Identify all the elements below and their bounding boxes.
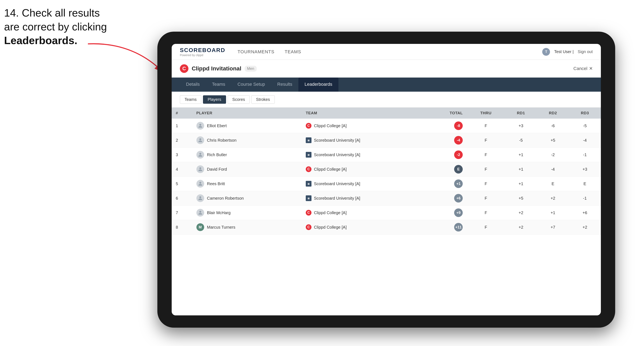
cell-team: CClippd College [A] <box>302 205 425 220</box>
cell-thru: F <box>467 162 505 176</box>
table-row: 4David FordCClippd College [A]EF+1-4+3 <box>172 162 601 176</box>
cell-rank: 4 <box>172 162 192 176</box>
table-row: 6Cameron Robertson▤Scoreboard University… <box>172 191 601 205</box>
team-logo: ▤ <box>306 195 312 201</box>
cell-rd2: +7 <box>537 220 569 235</box>
cell-rank: 6 <box>172 191 192 205</box>
signout-button[interactable]: Sign out <box>578 49 593 54</box>
svg-point-6 <box>199 196 201 198</box>
cell-total: -2 <box>425 148 467 162</box>
total-badge: +11 <box>454 223 463 231</box>
cell-rd1: +2 <box>505 220 537 235</box>
logo-area: SCOREBOARD Powered by clippd <box>180 47 225 57</box>
cell-player: David Ford <box>192 162 302 176</box>
tab-teams[interactable]: Teams <box>206 78 231 92</box>
team-cell: ▤Scoreboard University [A] <box>306 195 421 201</box>
cell-rd2: -6 <box>537 119 569 133</box>
cell-rd3: +2 <box>569 220 601 235</box>
team-cell: ▤Scoreboard University [A] <box>306 152 421 158</box>
player-cell: Rich Butler <box>196 151 298 159</box>
cell-total: E <box>425 162 467 176</box>
nav-links: TOURNAMENTS TEAMS <box>238 48 542 56</box>
leaderboard-table-container: # PLAYER TEAM TOTAL THRU RD1 RD2 RD3 1El… <box>172 108 601 315</box>
cancel-label: Cancel <box>574 66 588 71</box>
cell-team: ▤Scoreboard University [A] <box>302 133 425 148</box>
player-cell: Elliot Ebert <box>196 122 298 130</box>
table-row: 7Blair McHargCClippd College [A]+9F+2+1+… <box>172 205 601 220</box>
filter-scores-button[interactable]: Scores <box>228 95 250 104</box>
cell-total: -8 <box>425 119 467 133</box>
team-name: Scoreboard University [A] <box>314 196 360 201</box>
player-avatar <box>196 194 204 202</box>
cell-player: MMarcus Turners <box>192 220 302 235</box>
col-total: TOTAL <box>425 108 467 119</box>
cell-player: Chris Robertson <box>192 133 302 148</box>
team-name: Scoreboard University [A] <box>314 181 360 186</box>
cancel-button[interactable]: Cancel ✕ <box>574 66 593 71</box>
cell-rd2: -2 <box>537 148 569 162</box>
player-name: Cameron Robertson <box>207 196 244 201</box>
cell-thru: F <box>467 176 505 191</box>
player-cell: MMarcus Turners <box>196 223 298 231</box>
cell-rd3: -1 <box>569 148 601 162</box>
player-name: Rich Butler <box>207 153 227 157</box>
tab-course-setup[interactable]: Course Setup <box>231 78 271 92</box>
tab-details[interactable]: Details <box>180 78 206 92</box>
tab-bar: Details Teams Course Setup Results Leade… <box>172 78 601 92</box>
cell-rd1: +1 <box>505 162 537 176</box>
cell-rd2: +5 <box>537 133 569 148</box>
total-badge: +9 <box>454 208 463 217</box>
team-logo: ▤ <box>306 152 312 158</box>
cell-rd3: -1 <box>569 191 601 205</box>
cell-rd1: +5 <box>505 191 537 205</box>
cell-player: Blair McHarg <box>192 205 302 220</box>
team-cell: ▤Scoreboard University [A] <box>306 181 421 186</box>
logo-sub: Powered by clippd <box>180 53 225 57</box>
total-badge: -8 <box>454 122 463 130</box>
team-cell: CClippd College [A] <box>306 123 421 129</box>
col-rd1: RD1 <box>505 108 537 119</box>
instruction-text: 14. Check all results are correct by cli… <box>4 6 107 48</box>
team-cell: CClippd College [A] <box>306 224 421 230</box>
svg-point-5 <box>199 182 201 184</box>
player-avatar: M <box>196 223 204 231</box>
svg-point-7 <box>199 211 201 213</box>
cell-rd2: +2 <box>537 191 569 205</box>
cell-player: Rich Butler <box>192 148 302 162</box>
cell-player: Elliot Ebert <box>192 119 302 133</box>
table-row: 1Elliot EbertCClippd College [A]-8F+3-6-… <box>172 119 601 133</box>
filter-players-button[interactable]: Players <box>203 95 226 104</box>
instruction-line3: Leaderboards. <box>4 34 77 46</box>
cell-team: ▤Scoreboard University [A] <box>302 191 425 205</box>
table-row: 2Chris Robertson▤Scoreboard University [… <box>172 133 601 148</box>
logo-text: SCOREBOARD <box>180 47 225 53</box>
nav-teams[interactable]: TEAMS <box>285 48 301 56</box>
player-avatar <box>196 136 204 144</box>
nav-user-label: Test User | <box>554 49 574 54</box>
team-cell: ▤Scoreboard University [A] <box>306 137 421 143</box>
tournament-name: Clippd Invitational <box>192 65 241 72</box>
team-logo: C <box>306 224 312 230</box>
filter-strokes-button[interactable]: Strokes <box>252 95 275 104</box>
tournament-logo: C <box>180 64 188 73</box>
svg-point-3 <box>199 153 201 155</box>
cell-total: +9 <box>425 205 467 220</box>
team-logo: C <box>306 166 312 172</box>
cell-thru: F <box>467 191 505 205</box>
tab-leaderboards[interactable]: Leaderboards <box>298 78 338 92</box>
player-name: Blair McHarg <box>207 210 231 215</box>
cell-rd1: +1 <box>505 148 537 162</box>
nav-tournaments[interactable]: TOURNAMENTS <box>238 48 274 56</box>
cell-team: CClippd College [A] <box>302 162 425 176</box>
tab-results[interactable]: Results <box>271 78 298 92</box>
tournament-badge: Men <box>245 66 257 72</box>
team-logo: ▤ <box>306 181 312 186</box>
col-rank: # <box>172 108 192 119</box>
cell-rd1: +3 <box>505 119 537 133</box>
cell-total: +11 <box>425 220 467 235</box>
filter-teams-button[interactable]: Teams <box>180 95 201 104</box>
team-cell: CClippd College [A] <box>306 210 421 215</box>
cell-total: -4 <box>425 133 467 148</box>
instruction-line2: are correct by clicking <box>4 21 107 33</box>
team-name: Scoreboard University [A] <box>314 153 360 157</box>
